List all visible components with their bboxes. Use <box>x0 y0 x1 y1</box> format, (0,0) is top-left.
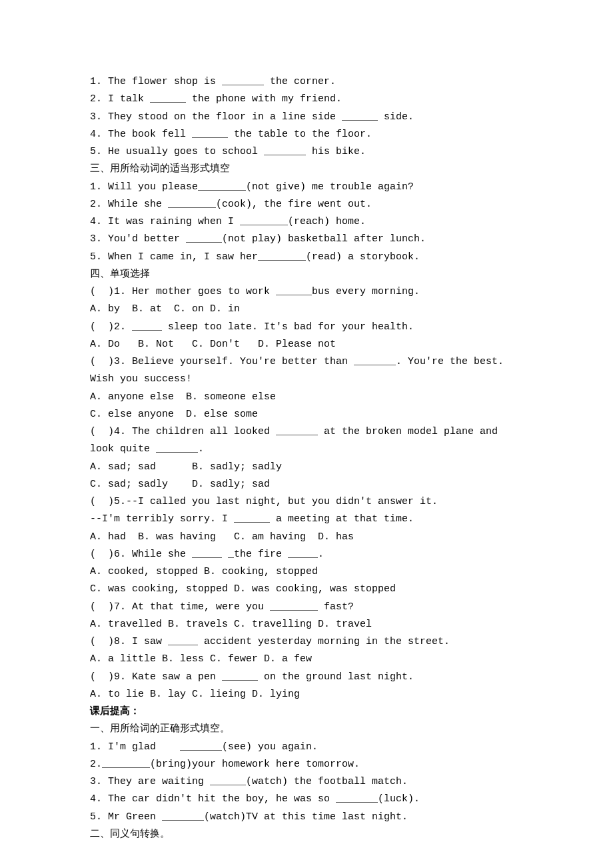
line-10: 3. You'd better ______(not play) basketb… <box>90 231 526 248</box>
line-5: 5. He usually goes to school _______ his… <box>90 143 526 161</box>
line-38: 2.________(bring)your homework here tomo… <box>90 756 526 773</box>
line-35: 课后提高： <box>90 703 526 721</box>
line-15: ( )2. _____ sleep too late. It's bad for… <box>90 319 526 336</box>
line-25: A. had B. was having C. am having D. has <box>90 529 526 546</box>
line-13: ( )1. Her mother goes to work ______bus … <box>90 283 526 301</box>
line-19: C. else anyone D. else some <box>90 406 526 423</box>
line-41: 5. Mr Green _______(watch)TV at this tim… <box>90 809 526 826</box>
worksheet-page: 1. The flower shop is _______ the corner… <box>0 0 613 868</box>
line-2: 2. I talk ______ the phone with my frien… <box>90 91 526 108</box>
line-42: 二、同义句转换。 <box>90 826 526 843</box>
line-21: A. sad; sad B. sadly; sadly <box>90 459 526 476</box>
line-26: ( )6. While she _____ _the fire _____. <box>90 546 526 563</box>
line-6: 三、用所给动词的适当形式填空 <box>90 161 526 178</box>
line-16: A. Do B. Not C. Don't D. Please not <box>90 336 526 353</box>
line-28: C. was cooking, stopped D. was cooking, … <box>90 581 526 598</box>
line-30: A. travelled B. travels C. travelling D.… <box>90 616 526 633</box>
line-23: ( )5.--I called you last night, but you … <box>90 493 526 511</box>
line-12: 四、单项选择 <box>90 266 526 283</box>
line-14: A. by B. at C. on D. in <box>90 301 526 318</box>
line-31: ( )8. I saw _____ accident yesterday mor… <box>90 633 526 651</box>
line-24: --I'm terribly sorry. I ______ a meeting… <box>90 511 526 528</box>
line-27: A. cooked, stopped B. cooking, stopped <box>90 563 526 581</box>
line-7: 1. Will you please________(not give) me … <box>90 179 526 196</box>
line-33: ( )9. Kate saw a pen ______ on the groun… <box>90 669 526 686</box>
line-37: 1. I'm glad _______(see) you again. <box>90 739 526 756</box>
line-18: A. anyone else B. someone else <box>90 389 526 406</box>
line-32: A. a little B. less C. fewer D. a few <box>90 651 526 668</box>
line-1: 1. The flower shop is _______ the corner… <box>90 73 526 91</box>
content-block: 1. The flower shop is _______ the corner… <box>90 73 526 843</box>
line-4: 4. The book fell ______ the table to the… <box>90 126 526 143</box>
line-34: A. to lie B. lay C. lieing D. lying <box>90 686 526 703</box>
line-40: 4. The car didn't hit the boy, he was so… <box>90 791 526 808</box>
line-17: ( )3. Believe yourself. You're better th… <box>90 353 526 389</box>
line-29: ( )7. At that time, were you ________ fa… <box>90 599 526 616</box>
line-36: 一、用所给词的正确形式填空。 <box>90 721 526 738</box>
line-3: 3. They stood on the floor in a line sid… <box>90 109 526 126</box>
line-9: 4. It was raining when I ________(reach)… <box>90 213 526 231</box>
line-39: 3. They are waiting ______(watch) the fo… <box>90 773 526 791</box>
line-22: C. sad; sadly D. sadly; sad <box>90 476 526 493</box>
line-20: ( )4. The children all looked _______ at… <box>90 423 526 459</box>
line-11: 5. When I came in, I saw her________(rea… <box>90 249 526 266</box>
line-8: 2. While she ________(cook), the fire we… <box>90 196 526 213</box>
